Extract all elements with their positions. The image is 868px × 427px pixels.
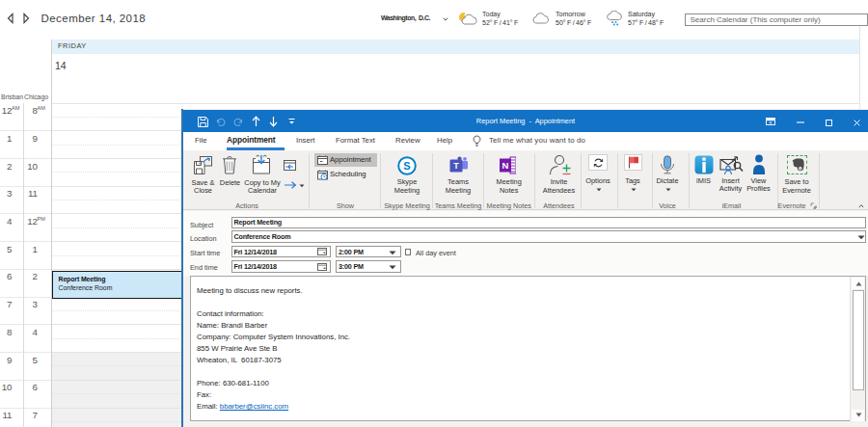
- svg-text:T: T: [453, 161, 459, 171]
- svg-text:N: N: [502, 160, 509, 171]
- svg-text:S: S: [403, 160, 410, 172]
